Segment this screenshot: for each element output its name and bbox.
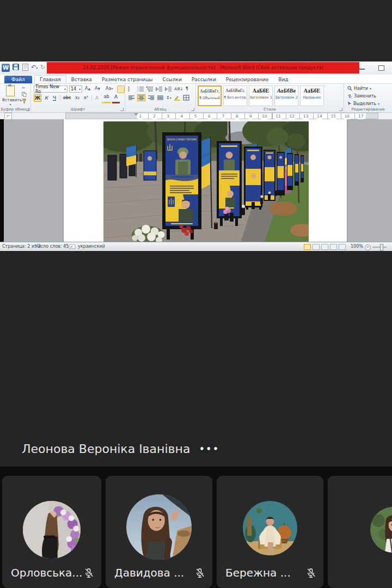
clear-formatting-icon[interactable] [117,85,125,93]
zoom-out-icon[interactable]: − [365,244,371,250]
bold-button[interactable]: Ж [34,94,41,102]
text-effects-button[interactable]: А [93,94,101,102]
tab-insert[interactable]: Вставка [66,76,97,83]
line-spacing-icon[interactable]: ↕▾ [166,95,171,100]
font-size-select[interactable]: 14▾ [69,85,82,93]
minimize-icon[interactable] [359,69,365,70]
strikethrough-button[interactable]: abc [62,94,72,102]
maximize-icon[interactable] [378,65,384,71]
align-left-icon[interactable] [128,95,135,101]
ruler-number: 4 [180,113,184,119]
tab-file[interactable]: Файл [4,76,32,83]
font-name-select[interactable]: Times New Ro▾ [34,85,68,93]
copy-icon[interactable] [22,92,27,97]
font-group: Times New Ro▾ 14▾ А▲ А▼ Аа▾ Ж К Ч abc х₂… [31,84,125,112]
tab-view[interactable]: Вид [273,76,293,83]
format-painter-icon[interactable] [22,99,27,103]
style-normal[interactable]: АаБбВвГг, ¶ Обычный [198,85,222,106]
bullets-icon[interactable] [128,86,135,92]
ruler-number: 17 [358,113,364,119]
italic-button[interactable]: К [42,94,50,102]
participant-name: Орловська... [11,566,82,579]
subscript-button[interactable]: х₂ [73,94,82,102]
increase-indent-icon[interactable] [165,86,172,92]
ruler-number: 13 [303,113,309,119]
shrink-font-button[interactable]: А▼ [95,86,100,91]
sort-icon[interactable]: АЯ↓ [174,87,183,91]
spellcheck-icon[interactable] [69,244,76,250]
cut-icon[interactable]: ✂ [22,85,27,90]
clipboard-dialog-launcher[interactable] [26,108,29,111]
word-title-bar: W ↶▾ ↻ 24.02.2026 [Режим ограниченной фу… [0,62,392,75]
style-no-spacing[interactable]: АаБбВвГг, ¶ Без интер.. [223,85,247,106]
style-heading1[interactable]: АаБбЕ Заголовок 1 [249,85,273,106]
zoom-slider-track[interactable] [372,247,387,248]
align-center-icon[interactable] [137,94,145,101]
tab-home[interactable]: Главная [34,75,66,83]
decrease-indent-icon[interactable] [156,86,163,92]
justify-icon[interactable] [157,95,164,101]
participant-name: Давидова ... [114,566,184,579]
view-fullscreen-icon[interactable] [313,244,320,250]
highlight-color-button[interactable]: ab [102,94,111,103]
ruler-number: 9 [249,113,253,119]
participant-tile[interactable] [328,476,392,588]
participant-tile[interactable]: Бережна ... [217,476,323,588]
ruler-number: 12 [289,113,296,119]
participant-strip: Орловська... [0,467,392,588]
word-app-icon[interactable]: W [2,64,10,72]
pilcrow-icon[interactable]: ¶ [186,87,188,91]
change-case-button[interactable]: Аа▾ [106,86,113,91]
tab-references[interactable]: Ссылки [157,76,186,83]
avatar [370,507,392,553]
tab-page-layout[interactable]: Разметка страницы [97,76,158,83]
mic-off-icon [83,567,95,579]
replace-button[interactable]: Заменить [347,94,376,99]
view-print-layout-icon[interactable] [304,244,311,250]
styles-dialog-launcher[interactable] [339,108,342,111]
find-button[interactable]: Найти▾ [347,86,371,91]
style-heading2[interactable]: АаБбВв Заголовок 2 [274,85,298,106]
view-web-layout-icon[interactable] [321,244,328,250]
shading-icon[interactable] [174,95,181,101]
ruler-number: 3 [166,113,170,119]
presenter-tile[interactable] [0,251,392,467]
view-draft-icon[interactable] [339,244,346,250]
redo-icon[interactable]: ↻ [40,64,45,71]
style-title[interactable]: АаБбЕ Название [300,85,324,106]
presenter-name: Леонова Вероніка Іванівна [22,442,190,456]
borders-icon[interactable] [183,95,190,101]
horizontal-ruler[interactable]: 1234567891011121314151617 [65,113,378,119]
paste-button[interactable]: Вставить ▾ [2,85,19,107]
font-dialog-launcher[interactable] [120,108,124,111]
multilevel-list-icon[interactable] [146,86,154,92]
shared-document-photo: ВІЧНА СЛАВА ГЕРОЯМ [103,121,309,242]
paragraph-group: АЯ↓ ¶ ↕▾ Абзац [125,84,196,112]
paragraph-dialog-launcher[interactable] [191,108,194,111]
font-color-button[interactable]: А [112,94,120,103]
participant-tile[interactable]: Давидова ... [106,476,212,588]
numbering-icon[interactable] [137,86,144,92]
status-language[interactable]: украинский [78,242,105,251]
ruler-number: 1 [139,113,143,119]
status-word-count[interactable]: Число слов: 45 [35,242,69,251]
clipboard-group: Вставить ▾ ✂ Буфер обмена [0,84,31,112]
superscript-button[interactable]: х² [82,94,90,102]
undo-icon[interactable]: ↶▾ [31,64,38,72]
underline-button[interactable]: Ч [51,94,58,102]
tab-mailings[interactable]: Рассылки [187,76,221,83]
align-right-icon[interactable] [148,95,155,101]
view-outline-icon[interactable] [330,244,337,250]
participant-name: Бережна ... [225,566,291,579]
select-button[interactable]: Выделить▾ [347,101,379,106]
indent-marker[interactable] [134,113,138,116]
save-icon[interactable] [13,64,19,72]
participant-tile[interactable]: Орловська... [2,476,101,588]
new-document-icon[interactable] [22,64,28,73]
tab-review[interactable]: Рецензирование [221,76,273,83]
paste-icon [6,85,15,96]
zoom-level[interactable]: 100% [351,242,363,251]
presenter-menu-icon[interactable]: ••• [199,444,220,454]
grow-font-button[interactable]: А▲ [85,86,90,91]
zoom-slider-thumb[interactable] [380,244,383,251]
